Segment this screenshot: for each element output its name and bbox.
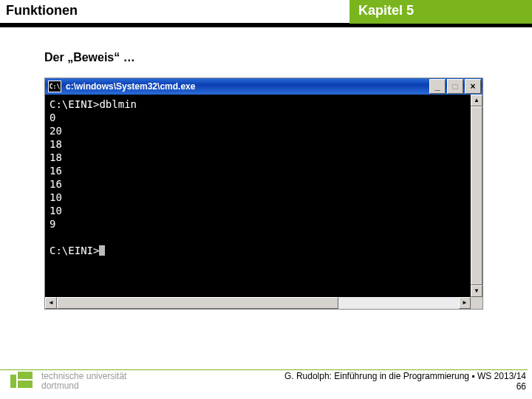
slide-content: Der „Beweis“ … C:\ c:\windows\System32\c…: [0, 27, 532, 310]
v-scroll-track[interactable]: [471, 106, 482, 285]
university-logo-area: technische universität dortmund: [0, 372, 126, 391]
output-line: 10: [50, 191, 62, 203]
output-line: 18: [50, 151, 62, 163]
cursor-icon: [99, 245, 105, 256]
vertical-scrollbar[interactable]: ▲ ▼: [471, 95, 482, 297]
header-left-title: Funktionen: [0, 0, 349, 19]
scroll-right-button[interactable]: ►: [459, 297, 471, 309]
output-line: 10: [50, 205, 62, 216]
footer-credit: G. Rudolph: Einführung in die Programmie…: [126, 371, 532, 392]
cmd-title-text: c:\windows\System32\cmd.exe: [66, 81, 429, 92]
tu-logo-icon: [10, 372, 34, 391]
uni-line2: dortmund: [41, 381, 79, 391]
output-line: 20: [50, 125, 62, 137]
footer-divider: [0, 369, 528, 370]
scroll-left-button[interactable]: ◄: [45, 297, 57, 309]
cmd-icon: C:\: [48, 81, 61, 92]
output-line: 16: [50, 165, 62, 177]
output-line: 18: [50, 138, 62, 150]
scroll-up-button[interactable]: ▲: [471, 95, 482, 106]
cmd-titlebar[interactable]: C:\ c:\windows\System32\cmd.exe _ □ ×: [45, 78, 482, 95]
maximize-button[interactable]: □: [447, 79, 463, 94]
slide-header: Funktionen Kapitel 5: [0, 0, 532, 24]
terminal-body[interactable]: C:\EINI>dblmin 0 20 18 18 16 16 10 10 9 …: [45, 95, 471, 297]
horizontal-scrollbar[interactable]: ◄ ►: [45, 297, 482, 309]
slide-subtitle: Der „Beweis“ …: [44, 51, 499, 64]
prompt-2: C:\EINI>: [50, 245, 99, 256]
output-line: 0: [50, 112, 55, 123]
prompt-1: C:\EINI>: [50, 98, 99, 110]
university-name: technische universität dortmund: [41, 372, 126, 391]
terminal-area: C:\EINI>dblmin 0 20 18 18 16 16 10 10 9 …: [45, 95, 482, 297]
header-right-chapter: Kapitel 5: [349, 0, 532, 24]
cmd-window: C:\ c:\windows\System32\cmd.exe _ □ × C:…: [44, 78, 483, 310]
page-number: 66: [126, 381, 526, 392]
slide-footer: technische universität dortmund G. Rudol…: [0, 371, 532, 392]
output-line: 16: [50, 178, 62, 190]
scroll-down-button[interactable]: ▼: [471, 285, 482, 297]
output-line: 9: [50, 218, 55, 230]
h-scroll-track[interactable]: [57, 297, 459, 309]
v-scroll-thumb[interactable]: [471, 106, 482, 285]
close-button[interactable]: ×: [465, 79, 481, 94]
credit-text: G. Rudolph: Einführung in die Programmie…: [284, 371, 526, 381]
command-text: dblmin: [99, 98, 137, 110]
scroll-corner: [471, 297, 482, 309]
minimize-button[interactable]: _: [429, 79, 446, 94]
h-scroll-thumb[interactable]: [57, 297, 338, 309]
uni-line1: technische universität: [41, 371, 126, 381]
